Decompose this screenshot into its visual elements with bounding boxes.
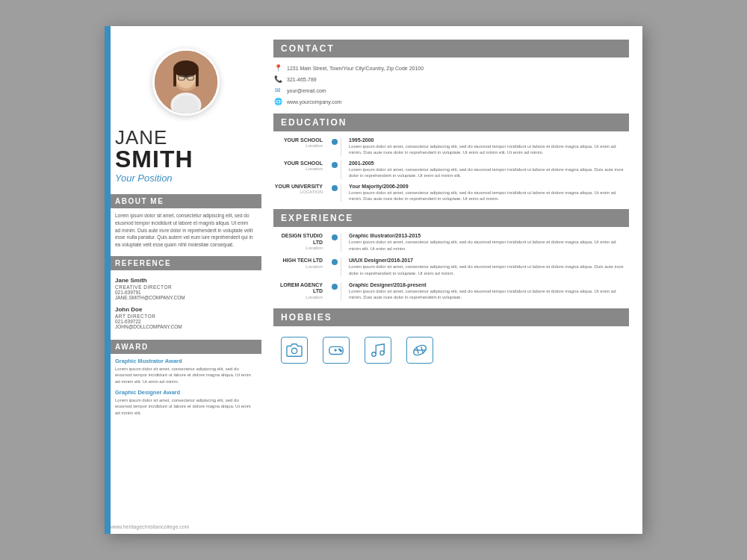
edu-desc-1: Lorem ipsum dolor sit amet, consectetur … — [349, 143, 629, 156]
resume-page: JANE SMITH Your Position ABOUT ME Lorem … — [105, 26, 642, 534]
exp-loc-1: Location — [273, 246, 333, 250]
edu-left-3: YOUR UNIVERSITY LOCATION — [273, 184, 341, 202]
name-section: JANE SMITH Your Position — [105, 122, 261, 187]
edu-dot-1 — [332, 139, 338, 145]
ref-phone-1: 021-639791 — [115, 290, 254, 295]
edu-desc-3: Lorem ipsum dolor sit amet, consectetur … — [349, 190, 629, 202]
reference-list: Jane Smith CREATIVE DIRECTOR 021-639791 … — [105, 274, 261, 332]
exp-company-1: DESIGN STUDIO LTD — [273, 233, 333, 246]
svg-point-15 — [339, 349, 341, 350]
hobby-gamepad-icon — [323, 337, 350, 364]
sidebar-accent-bar — [105, 26, 111, 534]
about-header: ABOUT ME — [105, 194, 261, 208]
edu-item-1: YOUR SCHOOL Location 1995-2000 Lorem ips… — [273, 137, 629, 156]
exp-left-3: LOREM AGENCY LTD Location — [273, 282, 341, 301]
edu-loc-3: LOCATION — [273, 190, 333, 194]
exp-title-3: Graphic Designer/2018-present — [349, 282, 629, 287]
exp-left-2: HIGH TECH LTD Location — [273, 258, 341, 276]
hobbies-section — [273, 332, 629, 368]
education-header: EDUCATION — [273, 113, 629, 131]
award-item-1: Graphic Illustrator Award Lorem ipsum do… — [115, 358, 254, 385]
svg-point-17 — [372, 352, 376, 356]
hobby-camera-icon — [281, 337, 308, 364]
exp-title-1: Graphic Illustrator/2013-2015 — [349, 233, 629, 238]
edu-item-3: YOUR UNIVERSITY LOCATION Your Majority/2… — [273, 184, 629, 202]
first-name: JANE — [115, 128, 254, 147]
exp-desc-2: Lorem ipsum dolor sit amet, consectetur … — [349, 264, 629, 276]
website-icon: 🌐 — [273, 97, 282, 106]
exp-loc-2: Location — [273, 264, 333, 269]
edu-dot-2 — [332, 162, 338, 168]
experience-section: DESIGN STUDIO LTD Location Graphic Illus… — [273, 233, 629, 300]
profile-photo — [152, 49, 220, 116]
svg-point-18 — [380, 351, 385, 355]
exp-right-3: Graphic Designer/2018-present Lorem ipsu… — [341, 282, 629, 301]
award-item-2: Graphic Designer Award Lorem ipsum dolor… — [115, 389, 254, 416]
exp-dot-3 — [332, 284, 338, 290]
hobby-football-icon — [406, 337, 433, 364]
edu-years-2: 2001-2005 — [349, 161, 629, 166]
ref-email-1: JANE.SMITH@COMPANY.COM — [115, 295, 254, 300]
hobbies-header: HOBBIES — [273, 308, 629, 326]
experience-header: EXPERIENCE — [273, 209, 629, 227]
reference-item-1: Jane Smith CREATIVE DIRECTOR 021-639791 … — [115, 277, 254, 300]
edu-loc-1: Location — [273, 143, 333, 148]
exp-dot-2 — [332, 259, 338, 265]
award-title-1: Graphic Illustrator Award — [115, 358, 254, 364]
exp-left-1: DESIGN STUDIO LTD Location — [273, 233, 341, 252]
ref-phone-2: 021-639722 — [115, 319, 254, 324]
edu-item-2: YOUR SCHOOL Location 2001-2005 Lorem ips… — [273, 161, 629, 179]
exp-desc-1: Lorem ipsum dolor sit amet, consectetur … — [349, 239, 629, 252]
exp-title-2: UI/UX Designer/2016-2017 — [349, 258, 629, 263]
edu-school-2: YOUR SCHOOL — [273, 161, 333, 167]
edu-right-1: 1995-2000 Lorem ipsum dolor sit amet, co… — [341, 137, 629, 156]
about-text: Lorem ipsum dolor sit amet, consectetur … — [105, 212, 261, 249]
edu-years-1: 1995-2000 — [349, 137, 629, 143]
edu-left-1: YOUR SCHOOL Location — [273, 137, 341, 156]
edu-dot-3 — [332, 185, 338, 191]
reference-item-2: John Doe ART DIRECTOR 021-639722 JOHN@DO… — [115, 306, 254, 329]
exp-desc-3: Lorem ipsum dolor sit amet, consectetur … — [349, 288, 629, 301]
ref-name-1: Jane Smith — [115, 277, 254, 284]
contact-phone-row: 📞 321-465-789 — [273, 75, 629, 84]
exp-item-2: HIGH TECH LTD Location UI/UX Designer/20… — [273, 258, 629, 276]
exp-right-1: Graphic Illustrator/2013-2015 Lorem ipsu… — [341, 233, 629, 252]
svg-rect-4 — [173, 69, 176, 86]
edu-desc-2: Lorem ipsum dolor sit amet, consectetur … — [349, 167, 629, 179]
education-section: YOUR SCHOOL Location 1995-2000 Lorem ips… — [273, 137, 629, 202]
position-title: Your Position — [115, 172, 254, 184]
edu-school-3: YOUR UNIVERSITY — [273, 184, 333, 190]
edu-right-3: Your Majority/2006-2009 Lorem ipsum dolo… — [341, 184, 629, 202]
contact-website: www.yourcompany.com — [287, 99, 341, 105]
contact-address-row: 📍 1231 Main Street, Town/Your City/Count… — [273, 63, 629, 72]
award-list: Graphic Illustrator Award Lorem ipsum do… — [105, 358, 261, 416]
svg-point-11 — [291, 348, 297, 353]
award-header: AWARD — [105, 340, 261, 354]
edu-years-3: Your Majority/2006-2009 — [349, 184, 629, 189]
edu-loc-2: Location — [273, 167, 333, 171]
location-icon: 📍 — [273, 63, 282, 72]
photo-area — [105, 41, 261, 122]
exp-dot-1 — [332, 234, 338, 240]
reference-header: REFERENCE — [105, 256, 261, 270]
exp-item-3: LOREM AGENCY LTD Location Graphic Design… — [273, 282, 629, 301]
exp-item-1: DESIGN STUDIO LTD Location Graphic Illus… — [273, 233, 629, 252]
phone-icon: 📞 — [273, 75, 282, 84]
main-content: CONTACT 📍 1231 Main Street, Town/Your Ci… — [261, 26, 642, 534]
contact-address: 1231 Main Street, Town/Your City/Country… — [287, 66, 424, 71]
exp-company-2: HIGH TECH LTD — [273, 258, 333, 264]
edu-right-2: 2001-2005 Lorem ipsum dolor sit amet, co… — [341, 161, 629, 179]
edu-school-1: YOUR SCHOOL — [273, 137, 333, 143]
award-text-1: Lorem ipsum dolor sit amet, consectetur … — [115, 366, 254, 385]
contact-email: your@email.com — [287, 88, 326, 93]
ref-name-2: John Doe — [115, 306, 254, 313]
ref-title-2: ART DIRECTOR — [115, 314, 254, 319]
hobby-music-icon — [365, 337, 391, 364]
ref-email-2: JOHN@DOLLCOMPANY.COM — [115, 324, 254, 329]
contact-website-row: 🌐 www.yourcompany.com — [273, 97, 629, 106]
award-title-2: Graphic Designer Award — [115, 389, 254, 396]
contact-section: 📍 1231 Main Street, Town/Your City/Count… — [273, 63, 629, 106]
svg-rect-5 — [196, 69, 199, 86]
contact-header: CONTACT — [273, 40, 629, 57]
contact-phone: 321-465-789 — [287, 77, 317, 82]
